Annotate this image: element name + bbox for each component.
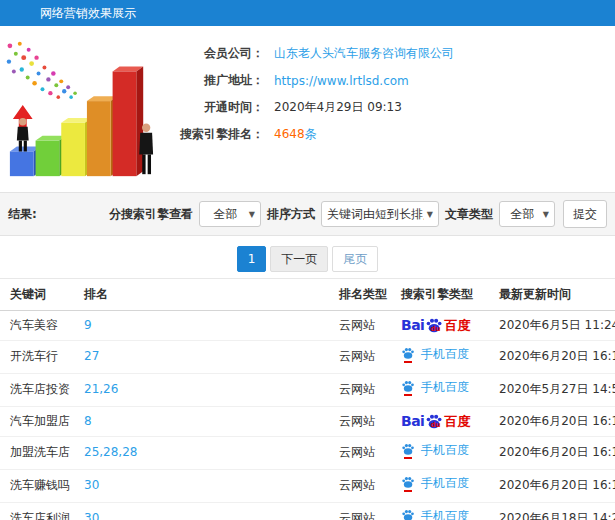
keyword-cell: 汽车加盟店 xyxy=(0,407,80,437)
baidu-paw-icon xyxy=(401,475,416,492)
engine-cell: 手机百度 xyxy=(397,437,495,470)
rank-cell: 30 xyxy=(80,470,335,503)
baidu-logo: Baidu百度 xyxy=(401,316,470,334)
rank-cell: 27 xyxy=(80,341,335,374)
table-row: 洗车店利润 30 云网站 手机百度 2020年6月18日 14:27 xyxy=(0,503,615,520)
engine-cell: 手机百度 xyxy=(397,470,495,503)
time-cell: 2020年6月20日 16:12 xyxy=(495,470,615,503)
header-rank: 排名 xyxy=(80,279,335,311)
engine-rank-value[interactable]: 4648条 xyxy=(274,126,317,143)
sort-value: 关键词由短到长排序 xyxy=(327,206,424,223)
rank-unit[interactable]: 条 xyxy=(305,127,317,141)
member-company-label: 会员公司： xyxy=(162,45,264,62)
rank-type-cell: 云网站 xyxy=(335,470,397,503)
bar-chart-illustration xyxy=(0,26,162,188)
last-page-button[interactable]: 尾页 xyxy=(332,246,378,272)
header-keyword: 关键词 xyxy=(0,279,80,311)
baidu-paw-icon: du xyxy=(425,316,443,334)
mobile-baidu-badge: 手机百度 xyxy=(401,346,469,363)
time-cell: 2020年6月18日 14:27 xyxy=(495,503,615,520)
rank-value[interactable]: 9 xyxy=(84,318,92,332)
rank-value[interactable]: 27 xyxy=(84,349,99,363)
submit-button[interactable]: 提交 xyxy=(563,200,607,228)
open-time-label: 开通时间： xyxy=(162,99,264,116)
company-info-list: 会员公司： 山东老人头汽车服务咨询有限公司 推广地址： https://www.… xyxy=(162,26,615,192)
page-title: 网络营销效果展示 xyxy=(40,6,136,20)
table-row: 汽车美容 9 云网站 Baidu百度 2020年6月5日 11:24 xyxy=(0,311,615,341)
keyword-cell: 开洗车行 xyxy=(0,341,80,374)
mobile-baidu-badge: 手机百度 xyxy=(401,379,469,396)
article-type-select[interactable]: 全部 ▼ xyxy=(499,201,555,227)
bar-chart-clipart-icon xyxy=(2,30,160,188)
rank-type-cell: 云网站 xyxy=(335,311,397,341)
mobile-baidu-label: 手机百度 xyxy=(421,443,469,458)
mobile-baidu-badge: 手机百度 xyxy=(401,442,469,459)
table-header-row: 关键词 排名 排名类型 搜索引擎类型 最新更新时间 xyxy=(0,279,615,311)
chevron-down-icon: ▼ xyxy=(249,210,255,219)
pagination: 1 下一页 尾页 xyxy=(0,246,615,272)
table-row: 汽车加盟店 8 云网站 Baidu百度 2020年6月20日 16:12 xyxy=(0,407,615,437)
mobile-baidu-label: 手机百度 xyxy=(421,476,469,491)
keyword-cell: 洗车店利润 xyxy=(0,503,80,520)
time-cell: 2020年6月20日 16:16 xyxy=(495,341,615,374)
rank-type-cell: 云网站 xyxy=(335,407,397,437)
engine-rank-label: 搜索引擎排名： xyxy=(162,126,264,143)
header-rank-type: 排名类型 xyxy=(335,279,397,311)
sort-label: 排序方式 xyxy=(267,206,315,223)
result-label: 结果: xyxy=(8,206,37,223)
sort-select[interactable]: 关键词由短到长排序 ▼ xyxy=(321,201,439,227)
results-table: 关键词 排名 排名类型 搜索引擎类型 最新更新时间 汽车美容 9 云网站 Bai… xyxy=(0,278,615,520)
engine-filter-value: 全部 xyxy=(205,206,246,223)
chevron-down-icon: ▼ xyxy=(543,210,549,219)
engine-filter-select[interactable]: 全部 ▼ xyxy=(199,201,261,227)
keyword-cell: 加盟洗车店 xyxy=(0,437,80,470)
baidu-paw-icon xyxy=(401,346,416,363)
mobile-baidu-label: 手机百度 xyxy=(421,347,469,362)
member-company-row: 会员公司： 山东老人头汽车服务咨询有限公司 xyxy=(162,40,615,67)
table-row: 开洗车行 27 云网站 手机百度 2020年6月20日 16:16 xyxy=(0,341,615,374)
page-button-current[interactable]: 1 xyxy=(237,246,267,272)
rank-cell: 30 xyxy=(80,503,335,520)
rank-value[interactable]: 8 xyxy=(84,414,92,428)
filter-bar: 结果: 分搜索引擎查看 全部 ▼ 排序方式 关键词由短到长排序 ▼ 文章类型 全… xyxy=(0,192,615,236)
table-row: 洗车赚钱吗 30 云网站 手机百度 2020年6月20日 16:12 xyxy=(0,470,615,503)
keyword-cell: 汽车美容 xyxy=(0,311,80,341)
rank-value[interactable]: 25,28,28 xyxy=(84,445,137,459)
promo-url-row: 推广地址： https://www.lrtlsd.com xyxy=(162,67,615,94)
promo-url-link[interactable]: https://www.lrtlsd.com xyxy=(274,74,409,88)
next-page-button[interactable]: 下一页 xyxy=(270,246,328,272)
chevron-down-icon: ▼ xyxy=(427,210,433,219)
keyword-cell: 洗车店投资 xyxy=(0,374,80,407)
open-time-row: 开通时间： 2020年4月29日 09:13 xyxy=(162,94,615,121)
info-section: 会员公司： 山东老人头汽车服务咨询有限公司 推广地址： https://www.… xyxy=(0,26,615,192)
engine-cell: 手机百度 xyxy=(397,503,495,520)
member-company-link[interactable]: 山东老人头汽车服务咨询有限公司 xyxy=(274,45,454,62)
rank-count[interactable]: 4648 xyxy=(274,127,305,141)
rank-value[interactable]: 30 xyxy=(84,478,99,492)
time-cell: 2020年6月5日 11:24 xyxy=(495,311,615,341)
rank-cell: 8 xyxy=(80,407,335,437)
mobile-baidu-label: 手机百度 xyxy=(421,509,469,520)
mobile-baidu-badge: 手机百度 xyxy=(401,475,469,492)
header-update-time: 最新更新时间 xyxy=(495,279,615,311)
rank-type-cell: 云网站 xyxy=(335,503,397,520)
rank-value[interactable]: 30 xyxy=(84,511,99,520)
table-row: 加盟洗车店 25,28,28 云网站 手机百度 2020年6月20日 16:11 xyxy=(0,437,615,470)
baidu-paw-icon xyxy=(401,379,416,396)
time-cell: 2020年6月20日 16:12 xyxy=(495,407,615,437)
mobile-baidu-label: 手机百度 xyxy=(421,380,469,395)
engine-cell: 手机百度 xyxy=(397,341,495,374)
engine-cell: Baidu百度 xyxy=(397,311,495,341)
rank-type-cell: 云网站 xyxy=(335,341,397,374)
header-engine-type: 搜索引擎类型 xyxy=(397,279,495,311)
baidu-paw-icon: du xyxy=(425,412,443,430)
engine-rank-row: 搜索引擎排名： 4648条 xyxy=(162,121,615,148)
rank-type-cell: 云网站 xyxy=(335,437,397,470)
rank-type-cell: 云网站 xyxy=(335,374,397,407)
time-cell: 2020年6月20日 16:11 xyxy=(495,437,615,470)
rank-value[interactable]: 21,26 xyxy=(84,382,118,396)
engine-filter-label: 分搜索引擎查看 xyxy=(109,206,193,223)
engine-cell: 手机百度 xyxy=(397,374,495,407)
baidu-paw-icon xyxy=(401,508,416,520)
engine-cell: Baidu百度 xyxy=(397,407,495,437)
